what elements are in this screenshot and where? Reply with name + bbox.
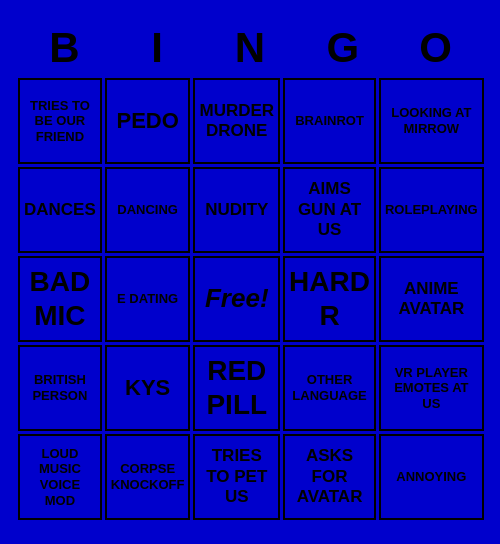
cell-text: BAD MIC <box>24 265 96 332</box>
bingo-cell: LOUD MUSIC VOICE MOD <box>18 434 102 520</box>
letter-g: G <box>299 24 387 72</box>
cell-text: ROLEPLAYING <box>385 202 478 218</box>
bingo-cell: OTHER LANGUAGE <box>283 345 376 431</box>
bingo-cell: CORPSE KNOCKOFF <box>105 434 191 520</box>
bingo-cell: BRAINROT <box>283 78 376 164</box>
bingo-cell: KYS <box>105 345 191 431</box>
cell-text: ASKS FOR AVATAR <box>289 446 370 507</box>
cell-text: HARD R <box>289 265 370 332</box>
cell-text: NUDITY <box>205 200 268 220</box>
bingo-card: B I N G O TRIES TO BE OUR FRIENDPEDOMURD… <box>10 16 490 528</box>
bingo-cell: ASKS FOR AVATAR <box>283 434 376 520</box>
bingo-cell: DANCES <box>18 167 102 253</box>
bingo-cell: PEDO <box>105 78 191 164</box>
bingo-cell: NUDITY <box>193 167 280 253</box>
cell-text: E DATING <box>117 291 178 307</box>
bingo-cell: ROLEPLAYING <box>379 167 484 253</box>
bingo-cell: RED PILL <box>193 345 280 431</box>
cell-text: VR PLAYER EMOTES AT US <box>385 365 478 412</box>
bingo-cell: LOOKING AT MIRROW <box>379 78 484 164</box>
cell-text: TRIES TO BE OUR FRIEND <box>24 98 96 145</box>
cell-text: AIMS GUN AT US <box>289 179 370 240</box>
cell-text: ANNOYING <box>396 469 466 485</box>
bingo-cell: MURDER DRONE <box>193 78 280 164</box>
cell-text: MURDER DRONE <box>199 101 274 142</box>
bingo-cell: AIMS GUN AT US <box>283 167 376 253</box>
letter-n: N <box>206 24 294 72</box>
bingo-cell: Free! <box>193 256 280 342</box>
cell-text: PEDO <box>116 109 178 133</box>
cell-text: KYS <box>125 376 170 400</box>
cell-text: OTHER LANGUAGE <box>289 372 370 403</box>
cell-text: TRIES TO PET US <box>199 446 274 507</box>
cell-text: RED PILL <box>199 354 274 421</box>
cell-text: Free! <box>205 283 269 314</box>
bingo-cell: HARD R <box>283 256 376 342</box>
cell-text: BRITISH PERSON <box>24 372 96 403</box>
bingo-cell: BAD MIC <box>18 256 102 342</box>
letter-b: B <box>20 24 108 72</box>
bingo-header: B I N G O <box>18 24 482 72</box>
bingo-cell: TRIES TO BE OUR FRIEND <box>18 78 102 164</box>
bingo-cell: BRITISH PERSON <box>18 345 102 431</box>
cell-text: BRAINROT <box>295 113 364 129</box>
cell-text: LOOKING AT MIRROW <box>385 105 478 136</box>
bingo-cell: VR PLAYER EMOTES AT US <box>379 345 484 431</box>
letter-i: I <box>113 24 201 72</box>
cell-text: ANIME AVATAR <box>385 279 478 320</box>
bingo-cell: E DATING <box>105 256 191 342</box>
bingo-cell: TRIES TO PET US <box>193 434 280 520</box>
cell-text: DANCING <box>117 202 178 218</box>
cell-text: DANCES <box>24 200 96 220</box>
letter-o: O <box>392 24 480 72</box>
bingo-cell: ANIME AVATAR <box>379 256 484 342</box>
bingo-grid: TRIES TO BE OUR FRIENDPEDOMURDER DRONEBR… <box>18 78 482 520</box>
cell-text: LOUD MUSIC VOICE MOD <box>24 446 96 508</box>
bingo-cell: DANCING <box>105 167 191 253</box>
bingo-cell: ANNOYING <box>379 434 484 520</box>
cell-text: CORPSE KNOCKOFF <box>111 461 185 492</box>
